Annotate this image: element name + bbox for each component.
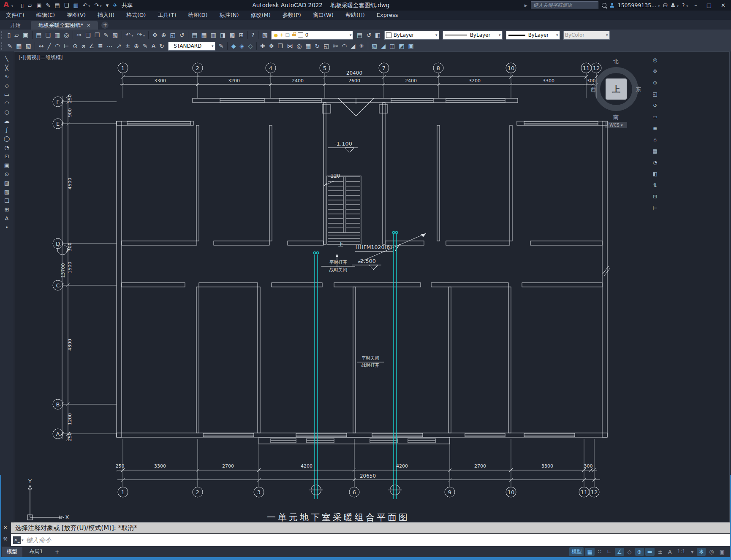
layers-panel-icon[interactable]: ▤: [652, 146, 657, 157]
paint-icon[interactable]: ✎: [217, 41, 226, 51]
box-icon[interactable]: ▧: [370, 41, 379, 51]
markup-icon[interactable]: ▩: [228, 30, 237, 40]
hatch-icon[interactable]: ▧: [24, 41, 33, 51]
search-icon[interactable]: [602, 3, 606, 8]
cone-icon[interactable]: ◩: [397, 41, 406, 51]
mirror-icon[interactable]: ⋈: [285, 41, 295, 51]
ellipse-arc-icon[interactable]: ◔: [4, 143, 9, 152]
table-tool-icon[interactable]: ⊞: [5, 206, 9, 214]
gradient-icon[interactable]: ▧: [4, 188, 9, 197]
viewcube-east[interactable]: 东: [636, 86, 641, 93]
tab-close-icon[interactable]: ✕: [87, 23, 90, 28]
aligned-dimension-icon[interactable]: ╱: [46, 41, 53, 51]
steering-icon[interactable]: ≡: [653, 123, 657, 134]
offset-icon[interactable]: ◎: [295, 41, 304, 51]
revision-cloud-icon[interactable]: ☁: [4, 117, 10, 126]
redo-icon[interactable]: ↷ ▾: [135, 30, 147, 41]
quickcalc-icon[interactable]: ⊞: [237, 30, 246, 40]
cylinder-icon[interactable]: ◫: [388, 41, 397, 51]
scale-dropdown-icon[interactable]: ▾: [689, 548, 696, 556]
menu-4[interactable]: 插入(I): [92, 11, 120, 20]
plot-icon[interactable]: ▤: [53, 2, 61, 8]
undo-icon[interactable]: ↶ ▾: [81, 2, 92, 8]
linetype-dropdown[interactable]: ByLayer▾: [443, 31, 503, 40]
dimstyle-dropdown[interactable]: STANDARD▾: [168, 42, 215, 51]
plot-preview-icon[interactable]: ❏: [43, 30, 53, 40]
rotate-icon[interactable]: ↻: [313, 41, 322, 51]
new-tab-button[interactable]: +: [101, 22, 109, 29]
point-icon[interactable]: ⊙: [5, 170, 9, 179]
annotation-icon[interactable]: ✎: [5, 41, 14, 51]
autodesk-a-icon[interactable]: A ▾: [671, 2, 679, 8]
menu-11[interactable]: 窗口(W): [307, 11, 340, 20]
command-input[interactable]: 键入命令: [26, 536, 52, 544]
snap-mode-icon[interactable]: ∷: [596, 548, 603, 556]
layer-previous-icon[interactable]: ↺: [364, 30, 373, 40]
baseline-dimension-icon[interactable]: ⋯: [105, 41, 114, 51]
layer-properties-icon[interactable]: ▧: [260, 30, 269, 40]
zoom-extents-icon[interactable]: ⊕: [653, 77, 657, 89]
quick-dimension-icon[interactable]: ≣: [96, 41, 105, 51]
lineweight-dropdown[interactable]: ByLayer▾: [506, 31, 560, 40]
polyline-icon[interactable]: ∿: [5, 73, 9, 81]
dimension-edit-icon[interactable]: ✎: [141, 41, 149, 51]
diameter-dimension-icon[interactable]: ⌀: [80, 41, 87, 51]
dimension-text-icon[interactable]: A: [149, 41, 158, 51]
copy-icon[interactable]: ❏: [84, 30, 93, 40]
menu-13[interactable]: Express: [371, 11, 404, 20]
view-cube[interactable]: 上 北 南 西 东 WCS ▾: [591, 58, 642, 130]
save-icon[interactable]: ▣: [21, 30, 30, 40]
app-store-cart-icon[interactable]: ⛁: [663, 2, 667, 8]
viewcube-west[interactable]: 西: [591, 86, 596, 93]
array-icon[interactable]: ▦: [304, 41, 313, 51]
new-layout-button[interactable]: +: [50, 547, 64, 556]
command-prompt-icon[interactable]: >_: [13, 536, 21, 544]
menu-8[interactable]: 标注(N): [214, 11, 245, 20]
union-icon[interactable]: ◆: [229, 41, 238, 51]
polar-tracking-icon[interactable]: ∠: [615, 548, 624, 556]
account-id[interactable]: 1505999135... ▾: [618, 2, 660, 8]
radius-dimension-icon[interactable]: ⊙: [71, 41, 80, 51]
menu-1[interactable]: 文件(F): [0, 11, 30, 20]
sheetset-icon[interactable]: ◨: [218, 30, 228, 40]
ellipse-icon[interactable]: ◯: [4, 135, 10, 143]
menu-7[interactable]: 绘图(D): [182, 11, 214, 20]
grid-icon[interactable]: ▦: [585, 548, 594, 556]
publish-icon[interactable]: ▥: [53, 30, 62, 40]
share-label[interactable]: 共享: [120, 2, 134, 9]
clean-screen-icon[interactable]: ▣: [717, 548, 727, 556]
etransmit-icon[interactable]: ◎: [62, 30, 71, 40]
tool-palettes-icon[interactable]: ▥: [209, 30, 218, 40]
copy-object-icon[interactable]: ❐: [276, 41, 285, 51]
zoom-realtime-icon[interactable]: ⊕: [159, 30, 168, 40]
grid-panel-icon[interactable]: ⊞: [653, 191, 657, 203]
menu-9[interactable]: 修改(M): [245, 11, 277, 20]
layer-dropdown[interactable]: ● ☀ ❏ 0▾: [271, 31, 353, 40]
close-button[interactable]: ✕: [718, 2, 728, 8]
match-properties-icon[interactable]: ✎: [102, 30, 111, 40]
full-nav-wheel-icon[interactable]: ◎: [653, 54, 657, 66]
export-icon[interactable]: ❏: [63, 2, 71, 8]
new-file-icon[interactable]: ▯: [5, 30, 13, 40]
clip-icon[interactable]: ◔: [653, 157, 657, 168]
maximize-button[interactable]: □: [704, 2, 715, 8]
transparency-icon[interactable]: ±: [656, 548, 665, 556]
search-input[interactable]: 键入关键字或短语: [531, 1, 598, 9]
undo-icon[interactable]: ↶ ▾: [124, 30, 135, 41]
layer-states-icon[interactable]: ▤: [355, 30, 364, 40]
command-close-icon[interactable]: ✕: [3, 525, 7, 530]
subtract-icon[interactable]: ◈: [238, 41, 246, 51]
construction-line-icon[interactable]: ╳: [5, 64, 8, 73]
viewcube-top-face[interactable]: 上: [606, 78, 627, 100]
circle-icon[interactable]: ○: [4, 108, 9, 117]
trim-icon[interactable]: ✄: [331, 41, 340, 51]
scale-icon[interactable]: ◱: [322, 41, 331, 51]
command-dropdown-icon[interactable]: ▾: [22, 538, 24, 542]
save-as-icon[interactable]: ✎: [44, 2, 52, 8]
arc-icon[interactable]: ◠: [4, 99, 9, 108]
linear-dimension-icon[interactable]: ↔: [37, 41, 46, 51]
orbit-icon[interactable]: ↺: [653, 100, 657, 111]
zoom-window-nav-icon[interactable]: ◱: [652, 89, 657, 100]
measure-icon[interactable]: ⊢: [653, 203, 657, 214]
block-editor-icon[interactable]: ▧: [111, 30, 120, 40]
